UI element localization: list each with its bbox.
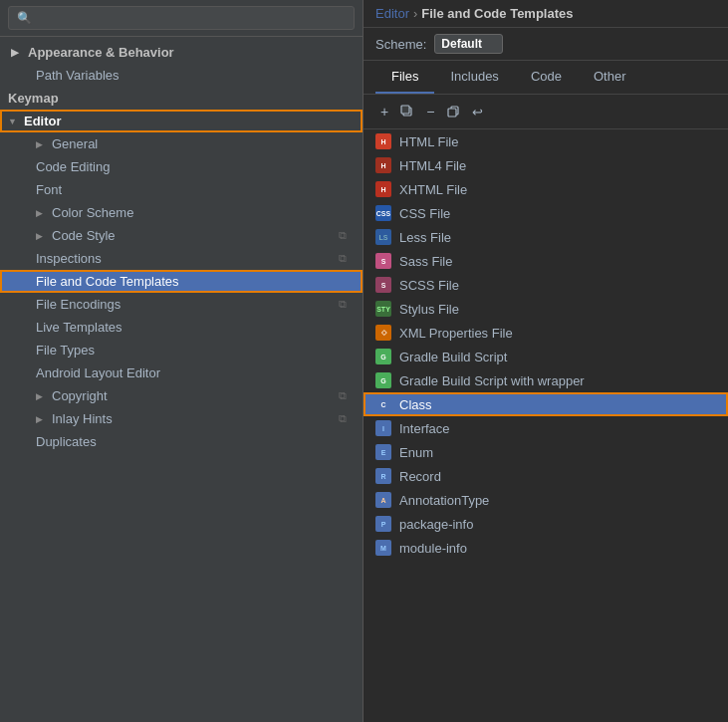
file-label: Interface — [399, 421, 450, 436]
chevron-right-icon: ▶ — [36, 414, 46, 424]
scheme-label: Scheme: — [375, 37, 426, 52]
chevron-down-icon: ▼ — [8, 117, 18, 126]
chevron-right-icon: ▶ — [8, 46, 22, 60]
revert-button[interactable]: ↩ — [467, 102, 488, 122]
sidebar-item-copyright[interactable]: ▶ Copyright ⧉ — [0, 384, 363, 407]
sidebar-item-general[interactable]: ▶ General — [0, 132, 363, 155]
file-label: HTML File — [399, 134, 458, 149]
file-item[interactable]: SSCSS File — [364, 273, 728, 297]
tabs-bar: Files Includes Code Other — [364, 61, 728, 95]
file-icon: G — [375, 349, 391, 364]
file-item[interactable]: EEnum — [364, 440, 728, 464]
sidebar-item-duplicates[interactable]: Duplicates — [0, 430, 363, 453]
file-icon: E — [375, 444, 391, 460]
chevron-right-icon: ▶ — [36, 208, 46, 218]
sidebar-item-inlay-hints[interactable]: ▶ Inlay Hints ⧉ — [0, 407, 363, 430]
file-label: Less File — [399, 230, 451, 245]
sidebar-item-appearance-behavior[interactable]: ▶ Appearance & Behavior — [0, 41, 363, 64]
file-icon: CSS — [375, 205, 391, 221]
file-item[interactable]: SSass File — [364, 249, 728, 273]
file-label: Gradle Build Script — [399, 350, 507, 364]
file-item[interactable]: CSSCSS File — [364, 201, 728, 225]
file-label: XHTML File — [399, 182, 467, 197]
file-icon: I — [375, 420, 391, 436]
breadcrumb-parent[interactable]: Editor — [375, 6, 409, 21]
copy-icon: ⧉ — [339, 252, 347, 265]
file-icon: R — [375, 468, 391, 484]
file-label: Gradle Build Script with wrapper — [399, 373, 585, 388]
file-icon: STY — [375, 301, 391, 317]
file-item[interactable]: HHTML4 File — [364, 153, 728, 177]
nav-tree: ▶ Appearance & Behavior Path Variables K… — [0, 37, 363, 722]
tab-files[interactable]: Files — [375, 61, 434, 94]
svg-rect-1 — [401, 106, 409, 114]
file-icon: H — [375, 157, 391, 173]
file-item[interactable]: RRecord — [364, 464, 728, 488]
file-label: Class — [399, 397, 432, 412]
sidebar-item-android-layout-editor[interactable]: Android Layout Editor — [0, 361, 363, 384]
add-button[interactable]: + — [375, 101, 393, 122]
chevron-right-icon: ▶ — [36, 391, 46, 401]
chevron-right-icon: ▶ — [36, 231, 46, 241]
file-item[interactable]: IInterface — [364, 416, 728, 440]
copy-icon: ⧉ — [339, 298, 347, 311]
sidebar-item-path-variables[interactable]: Path Variables — [0, 64, 363, 87]
file-item[interactable]: STYStylus File — [364, 297, 728, 321]
file-item[interactable]: ◇XML Properties File — [364, 321, 728, 345]
file-icon: H — [375, 133, 391, 149]
sidebar-item-inspections[interactable]: Inspections ⧉ — [0, 247, 363, 270]
file-item[interactable]: AAnnotationType — [364, 488, 728, 512]
file-label: Sass File — [399, 254, 452, 269]
copy-button[interactable] — [395, 102, 419, 121]
sidebar-item-live-templates[interactable]: Live Templates — [0, 316, 363, 339]
tab-code[interactable]: Code — [515, 61, 578, 94]
file-item[interactable]: GGradle Build Script — [364, 345, 728, 368]
file-item[interactable]: LSLess File — [364, 225, 728, 249]
sidebar-item-code-editing[interactable]: Code Editing — [0, 155, 363, 178]
copy-icon: ⧉ — [339, 412, 347, 425]
tab-other[interactable]: Other — [578, 61, 642, 94]
file-icon: S — [375, 253, 391, 269]
copy-icon: ⧉ — [339, 229, 347, 242]
right-panel: Editor › File and Code Templates Scheme:… — [364, 0, 728, 722]
scheme-select[interactable]: Default — [434, 34, 503, 54]
sidebar-item-keymap[interactable]: Keymap — [0, 87, 363, 110]
file-icon: G — [375, 372, 391, 388]
tab-includes[interactable]: Includes — [434, 61, 514, 94]
breadcrumb: Editor › File and Code Templates — [364, 0, 728, 28]
file-item[interactable]: GGradle Build Script with wrapper — [364, 368, 728, 392]
sidebar-item-file-and-code-templates[interactable]: File and Code Templates — [0, 270, 363, 293]
file-item[interactable]: Ppackage-info — [364, 512, 728, 536]
file-item[interactable]: HXHTML File — [364, 177, 728, 201]
chevron-right-icon: ▶ — [36, 139, 46, 149]
sidebar-item-font[interactable]: Font — [0, 178, 363, 201]
sidebar-item-color-scheme[interactable]: ▶ Color Scheme — [0, 201, 363, 224]
file-label: module-info — [399, 541, 467, 556]
file-label: CSS File — [399, 206, 450, 221]
file-item[interactable]: HHTML File — [364, 129, 728, 153]
file-label: Stylus File — [399, 302, 459, 317]
duplicate-button[interactable] — [441, 102, 465, 121]
file-label: SCSS File — [399, 278, 459, 293]
file-label: package-info — [399, 517, 473, 532]
file-list: HHTML FileHHTML4 FileHXHTML FileCSSCSS F… — [364, 129, 728, 722]
file-icon: LS — [375, 229, 391, 245]
search-bar — [0, 0, 363, 37]
search-input[interactable] — [8, 6, 355, 30]
sidebar-item-code-style[interactable]: ▶ Code Style ⧉ — [0, 224, 363, 247]
file-item[interactable]: CClass — [364, 392, 728, 416]
remove-button[interactable]: − — [421, 101, 439, 122]
sidebar-item-editor[interactable]: ▼ Editor — [0, 110, 363, 132]
breadcrumb-separator: › — [413, 6, 417, 21]
sidebar-item-file-encodings[interactable]: File Encodings ⧉ — [0, 293, 363, 316]
breadcrumb-current: File and Code Templates — [421, 6, 573, 21]
scheme-bar: Scheme: Default — [364, 28, 728, 61]
left-panel: ▶ Appearance & Behavior Path Variables K… — [0, 0, 364, 722]
file-label: HTML4 File — [399, 158, 466, 173]
file-label: Enum — [399, 445, 433, 460]
svg-rect-2 — [448, 109, 456, 117]
file-icon: M — [375, 540, 391, 556]
file-item[interactable]: Mmodule-info — [364, 536, 728, 560]
file-icon: A — [375, 492, 391, 508]
sidebar-item-file-types[interactable]: File Types — [0, 339, 363, 361]
